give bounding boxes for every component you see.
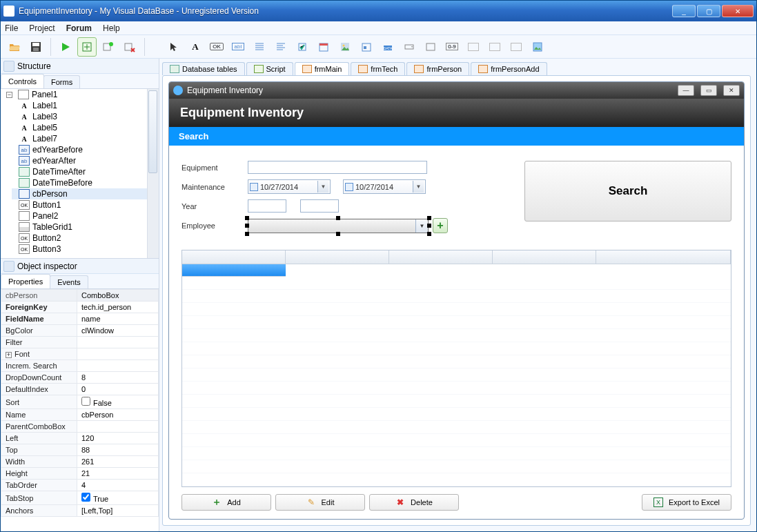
property-value[interactable]: cbPerson	[77, 409, 159, 421]
property-value[interactable]: [Left,Top]	[77, 505, 159, 517]
equipment-input[interactable]	[248, 161, 427, 174]
run-icon[interactable]	[56, 37, 75, 57]
menu-help[interactable]: Help	[103, 23, 120, 33]
property-row[interactable]: Increm. Search	[1, 360, 159, 372]
employee-combobox[interactable]: ▼	[248, 219, 429, 233]
save-icon[interactable]	[26, 37, 46, 57]
property-row[interactable]: SortFalse	[1, 395, 159, 409]
tree-item[interactable]: abedYearBefore	[12, 144, 159, 155]
export-button[interactable]: X Export to Excel	[642, 494, 731, 511]
minimize-button[interactable]: _	[672, 5, 696, 17]
form-min-button[interactable]: —	[678, 85, 694, 96]
tab-events[interactable]: Events	[50, 275, 88, 288]
property-row[interactable]: cbPersonComboBox	[1, 290, 159, 302]
blank1-icon[interactable]	[464, 37, 483, 57]
property-value[interactable]: tech.id_person	[77, 302, 159, 313]
tab-forms[interactable]: Forms	[43, 75, 80, 88]
form-max-button[interactable]: ▭	[700, 85, 717, 96]
doctab-frmtech[interactable]: frmTech	[351, 62, 405, 75]
property-value[interactable]: 21	[77, 468, 159, 480]
property-value[interactable]	[77, 348, 159, 360]
property-value[interactable]	[77, 337, 159, 348]
property-row[interactable]: Height21	[1, 468, 159, 480]
property-row[interactable]: Top88	[1, 444, 159, 456]
property-row[interactable]: Filter	[1, 337, 159, 348]
doctab-script[interactable]: Script	[246, 62, 293, 75]
tree-item[interactable]: ALabel3	[12, 111, 159, 122]
doctab-database-tables[interactable]: Database tables	[162, 62, 245, 75]
tree-item[interactable]: OKButton2	[12, 233, 159, 244]
edit-icon[interactable]: abI	[228, 37, 248, 57]
checkbox-icon[interactable]	[293, 37, 312, 57]
tree-item[interactable]: TableGrid1	[12, 221, 159, 233]
property-row[interactable]: TabOrder4	[1, 480, 159, 491]
tab-controls[interactable]: Controls	[1, 74, 44, 88]
property-row[interactable]: BgColorclWindow	[1, 325, 159, 337]
memo-icon[interactable]	[250, 37, 269, 57]
tree-item[interactable]: DateTimeAfter	[12, 166, 159, 177]
property-row[interactable]: DropDownCount8	[1, 372, 159, 384]
property-row[interactable]: ForeignKeytech.id_person	[1, 302, 159, 313]
tab-properties[interactable]: Properties	[1, 274, 50, 288]
blank2-icon[interactable]	[485, 37, 504, 57]
tree-item[interactable]: OKButton1	[12, 199, 159, 210]
property-grid[interactable]: cbPersonComboBoxForeignKeytech.id_person…	[1, 289, 159, 531]
panel-icon[interactable]	[421, 37, 440, 57]
blank3-icon[interactable]	[507, 37, 526, 57]
datetime-icon[interactable]	[314, 37, 333, 57]
property-value[interactable]: name	[77, 313, 159, 325]
image-icon[interactable]	[335, 37, 355, 57]
property-row[interactable]: ParentComboBox	[1, 421, 159, 433]
chevron-down-icon[interactable]: ▼	[415, 219, 428, 233]
button-icon[interactable]: OK	[207, 37, 226, 57]
edit-button[interactable]: ✎ Edit	[275, 494, 365, 511]
tree-item[interactable]: DateTimeBefore	[12, 177, 159, 188]
property-row[interactable]: NamecbPerson	[1, 409, 159, 421]
add-button[interactable]: ＋ Add	[181, 494, 271, 511]
selected-control[interactable]: ▼	[248, 219, 429, 233]
tree-item[interactable]: Panel2	[12, 210, 159, 221]
property-row[interactable]: +Font	[1, 348, 159, 360]
richedit-icon[interactable]	[271, 37, 291, 57]
property-value[interactable]: clWindow	[77, 325, 159, 337]
menu-project[interactable]: Project	[29, 23, 55, 33]
combobox-icon[interactable]	[400, 37, 419, 57]
doctab-frmmain[interactable]: frmMain	[295, 62, 350, 75]
picture-icon[interactable]	[528, 37, 547, 57]
property-value[interactable]: ComboBox	[77, 290, 159, 302]
tree-item[interactable]: ALabel1	[12, 100, 159, 111]
date-from-picker[interactable]: 10/27/2014 ▼	[248, 179, 331, 194]
property-row[interactable]: Left120	[1, 433, 159, 444]
property-value[interactable]	[77, 360, 159, 372]
chevron-down-icon[interactable]: ▼	[413, 181, 424, 193]
property-value[interactable]: 8	[77, 372, 159, 384]
form-add-icon[interactable]	[99, 37, 118, 57]
cursor-icon[interactable]	[164, 37, 184, 57]
menu-forum[interactable]: Forum	[66, 23, 92, 33]
open-icon[interactable]	[5, 37, 24, 57]
controls-tree[interactable]: − Panel1ALabel1ALabel3ALabel5ALabel7abed…	[1, 89, 159, 259]
property-value[interactable]: True	[77, 491, 159, 505]
property-row[interactable]: Width261	[1, 456, 159, 468]
grid-selected-cell[interactable]	[182, 264, 286, 277]
maximize-button[interactable]: ▢	[697, 5, 720, 17]
data-icon[interactable]: DATA	[378, 37, 397, 57]
result-grid[interactable]	[181, 250, 731, 487]
tree-item[interactable]: ALabel5	[12, 122, 159, 133]
property-row[interactable]: Anchors[Left,Top]	[1, 505, 159, 517]
counter-icon[interactable]: 0-9	[442, 37, 462, 57]
property-value[interactable]: 261	[77, 456, 159, 468]
tree-item[interactable]: OKButton3	[12, 244, 159, 255]
close-button[interactable]: ✕	[722, 5, 754, 17]
tree-root-item[interactable]: − Panel1	[6, 89, 159, 100]
property-value[interactable]	[77, 421, 159, 433]
property-value[interactable]: 0	[77, 384, 159, 395]
year-from-input[interactable]	[248, 199, 286, 213]
property-row[interactable]: TabStopTrue	[1, 491, 159, 505]
property-value[interactable]: 120	[77, 433, 159, 444]
tree-item[interactable]: ALabel7	[12, 133, 159, 144]
tree-item[interactable]: cbPerson	[12, 188, 159, 199]
form-delete-icon[interactable]	[120, 37, 139, 57]
menu-file[interactable]: File	[5, 23, 18, 33]
property-value[interactable]: False	[77, 395, 159, 409]
